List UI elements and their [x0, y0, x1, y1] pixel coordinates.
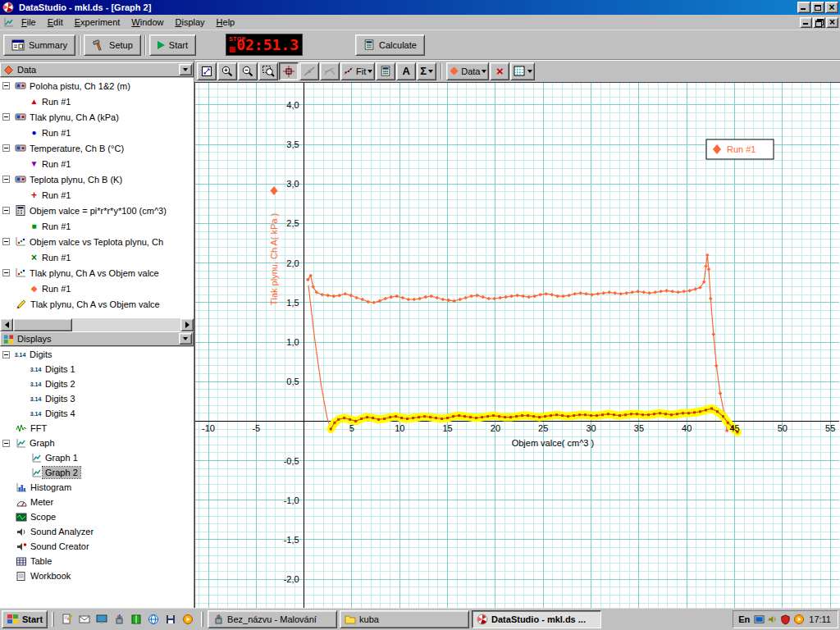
- display-item-0-child-1-digits-2[interactable]: 3.14Digits 2: [0, 377, 194, 391]
- statistics-button[interactable]: Σ: [417, 62, 436, 80]
- data-item-0-child-0-run-1[interactable]: ▲Run #1: [0, 94, 194, 109]
- setup-label: Setup: [109, 40, 133, 50]
- quick-launch-media-icon[interactable]: [181, 613, 194, 626]
- data-item-4-objem-valce-pi-r-r-y-100-cm-3[interactable]: Objem valce = pi*r*r*y*100 (cm^3): [0, 203, 194, 218]
- scale-to-fit-button[interactable]: [197, 62, 217, 80]
- mdi-restore-button[interactable]: [813, 17, 825, 28]
- display-item-0-child-2-digits-3[interactable]: 3.14Digits 3: [0, 391, 194, 406]
- scroll-right-button[interactable]: [180, 318, 194, 331]
- menu-display[interactable]: Display: [170, 16, 211, 29]
- language-indicator[interactable]: En: [738, 614, 750, 624]
- display-item-0-child-3-digits-4[interactable]: 3.14Digits 4: [0, 406, 194, 421]
- text-annotation-button[interactable]: A: [396, 62, 416, 80]
- collapse-toggle[interactable]: [2, 440, 10, 447]
- display-item-1-fft[interactable]: FFT: [0, 421, 194, 436]
- display-item-4-meter[interactable]: Meter: [0, 495, 194, 509]
- graph-settings-button[interactable]: [510, 62, 535, 80]
- smart-tool-button[interactable]: [279, 62, 299, 80]
- data-item-0-poloha-pistu-ch-1-2-m[interactable]: Poloha pistu, Ch 1&2 (m): [0, 78, 194, 94]
- quick-launch-globe-icon[interactable]: [147, 613, 160, 626]
- data-item-6-child-0-run-1[interactable]: ◆Run #1: [0, 281, 194, 296]
- data-item-5-objem-valce-vs-teplota-plynu-ch[interactable]: Objem valce vs Teplota plynu, Ch: [0, 234, 194, 249]
- mdi-close-button[interactable]: [826, 17, 838, 28]
- taskbar-grip[interactable]: [52, 612, 54, 627]
- data-item-1-tlak-plynu-ch-a-kpa[interactable]: Tlak plynu, Ch A (kPa): [0, 109, 194, 125]
- display-item-0-digits[interactable]: 3.14Digits: [0, 347, 194, 362]
- mdi-minimize-button[interactable]: [800, 17, 812, 28]
- calculate-button[interactable]: Calculate: [355, 34, 425, 56]
- collapse-toggle[interactable]: [2, 82, 10, 89]
- collapse-toggle[interactable]: [2, 176, 10, 183]
- display-item-3-histogram[interactable]: Histogram: [0, 480, 194, 495]
- display-item-2-child-0-graph-1[interactable]: Graph 1: [0, 450, 194, 465]
- collapse-toggle[interactable]: [2, 113, 10, 121]
- quick-launch-desktop-icon[interactable]: [95, 613, 108, 626]
- data-item-3-teplota-plynu-ch-b-k[interactable]: Teplota plynu, Ch B (K): [0, 171, 194, 187]
- start-button-toolbar[interactable]: Start: [149, 34, 196, 56]
- zoom-select-button[interactable]: [258, 62, 278, 80]
- collapse-toggle[interactable]: [2, 238, 10, 245]
- display-item-7-sound-creator[interactable]: Sound Creator: [0, 539, 194, 554]
- tray-media-icon[interactable]: [793, 614, 805, 625]
- task-button-folder-kuba[interactable]: kuba: [340, 610, 469, 628]
- taskbar-grip[interactable]: [201, 612, 203, 627]
- summary-icon: [11, 39, 25, 51]
- menu-help[interactable]: Help: [211, 16, 241, 29]
- slope-tool-button[interactable]: [299, 62, 319, 80]
- data-item-6-tlak-plynu-ch-a-vs-objem-valce[interactable]: Tlak plynu, Ch A vs Objem valce: [0, 265, 194, 281]
- collapse-toggle[interactable]: [2, 207, 10, 214]
- menu-window[interactable]: Window: [126, 16, 169, 29]
- collapse-toggle[interactable]: [2, 351, 10, 358]
- tangent-tool-button[interactable]: [320, 62, 340, 80]
- quick-launch-mail-icon[interactable]: [78, 613, 91, 626]
- task-button-paint[interactable]: Bez_názvu - Malování: [208, 610, 337, 628]
- menu-edit[interactable]: Edit: [42, 16, 69, 29]
- quick-launch-paint-icon[interactable]: [112, 613, 126, 626]
- display-item-2-graph[interactable]: Graph: [0, 436, 194, 450]
- tray-volume-icon[interactable]: [767, 614, 778, 625]
- minimize-button[interactable]: [797, 2, 810, 13]
- display-item-6-sound-analyzer[interactable]: Sound Analyzer: [0, 524, 194, 539]
- data-panel-hscrollbar[interactable]: [0, 318, 194, 331]
- tray-monitor-icon[interactable]: [754, 614, 765, 625]
- zoom-in-button[interactable]: [217, 62, 237, 80]
- task-button-datastudio[interactable]: DataStudio - mkl.ds ...: [472, 610, 601, 628]
- maximize-button[interactable]: [811, 2, 824, 13]
- quick-launch-book-icon[interactable]: [130, 613, 143, 626]
- data-item-7-tlak-plynu-ch-a-vs-objem-valce[interactable]: Tlak plynu, Ch A vs Objem valce: [0, 296, 194, 312]
- graph-canvas[interactable]: -10-55101520253035404550554,03,53,02,52,…: [195, 83, 839, 608]
- menu-experiment[interactable]: Experiment: [69, 16, 126, 29]
- display-item-9-workbook[interactable]: Workbook: [0, 568, 194, 583]
- data-item-4-child-0-run-1[interactable]: ■Run #1: [0, 218, 194, 234]
- data-item-3-child-0-run-1[interactable]: +Run #1: [0, 187, 194, 203]
- setup-button[interactable]: Setup: [84, 34, 141, 56]
- summary-button[interactable]: Summary: [3, 34, 75, 56]
- calculator-tool-button[interactable]: [376, 62, 395, 80]
- display-item-5-scope[interactable]: Scope: [0, 509, 194, 524]
- close-button[interactable]: [825, 2, 838, 13]
- scrollbar-thumb[interactable]: [13, 318, 72, 331]
- fit-menu-button[interactable]: Fit: [340, 62, 375, 80]
- data-panel-dropdown-button[interactable]: [179, 64, 192, 75]
- data-menu-button[interactable]: Data: [446, 62, 489, 80]
- menu-file[interactable]: File: [16, 16, 42, 29]
- collapse-toggle[interactable]: [2, 144, 10, 152]
- quick-launch-doc-icon[interactable]: [61, 613, 74, 626]
- remove-data-button[interactable]: [490, 62, 509, 80]
- quick-launch-disk-icon[interactable]: [164, 613, 177, 626]
- scrollbar-track[interactable]: [72, 318, 180, 331]
- scroll-left-button[interactable]: [0, 318, 13, 331]
- collapse-toggle[interactable]: [2, 269, 10, 276]
- display-item-0-child-0-digits-1[interactable]: 3.14Digits 1: [0, 362, 194, 377]
- data-item-5-child-0-run-1[interactable]: ×Run #1: [0, 249, 194, 265]
- data-item-2-temperature-ch-b-c[interactable]: Temperature, Ch B (°C): [0, 140, 194, 156]
- displays-panel-dropdown-button[interactable]: [179, 333, 192, 345]
- zoom-out-button[interactable]: [238, 62, 258, 80]
- display-item-2-child-1-graph-2[interactable]: Graph 2: [0, 465, 194, 480]
- data-item-1-child-0-run-1[interactable]: ●Run #1: [0, 125, 194, 140]
- display-item-8-table[interactable]: Table: [0, 554, 194, 568]
- start-button[interactable]: Start: [2, 610, 48, 628]
- data-item-2-child-0-run-1[interactable]: ▼Run #1: [0, 156, 194, 171]
- timer-display: STOP 02:51.3: [226, 34, 303, 56]
- tray-shield-icon[interactable]: [780, 614, 791, 625]
